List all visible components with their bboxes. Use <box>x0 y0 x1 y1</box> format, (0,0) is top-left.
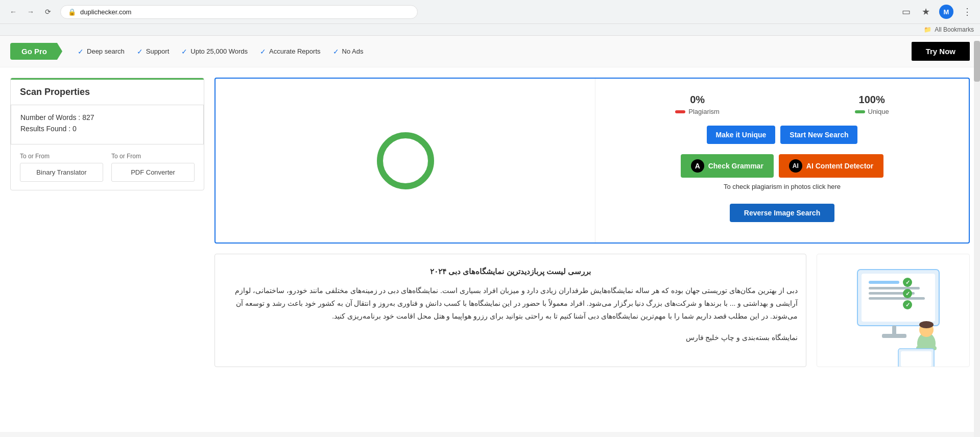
svg-point-18 <box>919 321 934 328</box>
grammar-ai-row: A Check Grammar AI AI Content Detector <box>608 154 957 178</box>
check-grammar-button[interactable]: A Check Grammar <box>681 154 774 178</box>
scan-properties-card: Scan Properties Number of Words : 827 Re… <box>10 78 204 190</box>
go-pro-button[interactable]: Go Pro <box>10 43 62 60</box>
feature-no-ads: ✓ No Ads <box>333 47 364 56</box>
check-icon-3: ✓ <box>181 47 187 56</box>
grammar-icon: A <box>691 159 704 173</box>
page-content: Go Pro ✓ Deep search ✓ Support ✓ Upto 25… <box>0 36 980 432</box>
text-subtitle: نمایشگاه بسته‌بندی و چاپ خلیج فارس <box>223 331 798 344</box>
results-card: 0% Plagiarism 100% Unique <box>214 78 970 244</box>
text-box-container: بررسی لیست پربازدیدترین نمایشگاه‌های دبی… <box>214 254 806 367</box>
scan-properties-title: Scan Properties <box>11 78 204 105</box>
unique-label: Unique <box>868 108 889 115</box>
text-title: بررسی لیست پربازدیدترین نمایشگاه‌های دبی… <box>223 264 798 278</box>
svg-text:✓: ✓ <box>905 290 910 297</box>
menu-icon[interactable]: ⋮ <box>961 4 974 19</box>
text-content-area: بررسی لیست پربازدیدترین نمایشگاه‌های دبی… <box>214 254 970 367</box>
reverse-image-search-button[interactable]: Reverse Image Search <box>730 204 834 222</box>
svg-rect-14 <box>892 326 896 335</box>
ai-detector-button[interactable]: AI AI Content Detector <box>779 154 883 178</box>
browser-actions: ▭ ★ M ⋮ <box>900 4 974 19</box>
bookmarks-folder-icon: 📁 <box>924 26 931 33</box>
feature-deep-search: ✓ Deep search <box>78 47 125 56</box>
start-new-search-button[interactable]: Start New Search <box>780 126 857 144</box>
unique-label-row: Unique <box>855 108 889 115</box>
profile-avatar[interactable]: M <box>939 5 953 19</box>
tool-section-2: To or From PDF Converter <box>111 153 195 182</box>
feature-reports: ✓ Accurate Reports <box>260 47 320 56</box>
ai-icon: AI <box>789 159 802 173</box>
feature-label-2: Support <box>146 47 170 55</box>
forward-button[interactable]: → <box>23 5 38 19</box>
try-now-button[interactable]: Try Now <box>912 42 970 61</box>
svg-rect-4 <box>869 281 899 284</box>
bookmarks-bar: 📁 All Bookmarks <box>0 24 980 36</box>
bookmark-star-icon[interactable]: ★ <box>920 4 932 19</box>
svg-text:✓: ✓ <box>905 302 910 308</box>
pdf-converter-button[interactable]: PDF Converter <box>111 163 195 182</box>
feature-label-3: Upto 25,000 Words <box>190 47 248 55</box>
tool-label-1: To or From <box>20 153 103 160</box>
right-illustration: ✓ ✓ ✓ <box>817 254 970 367</box>
left-panel: Scan Properties Number of Words : 827 Re… <box>10 78 204 367</box>
bookmarks-label: All Bookmarks <box>935 26 974 33</box>
text-scroll-inner[interactable]: بررسی لیست پربازدیدترین نمایشگاه‌های دبی… <box>215 254 806 362</box>
tools-row: To or From Binary Translator To or From … <box>11 144 204 190</box>
results-row: Results Found : 0 <box>20 125 194 133</box>
svg-rect-21 <box>901 351 931 367</box>
reload-button[interactable]: ⟳ <box>41 5 55 19</box>
unique-stat: 100% Unique <box>855 94 889 115</box>
nav-buttons: ← → ⟳ <box>6 5 55 19</box>
feature-label-5: No Ads <box>342 47 364 55</box>
results-label: Results Found <box>20 125 66 133</box>
browser-frame: ← → ⟳ 🔒 ▭ ★ M ⋮ 📁 All Bookmarks <box>0 0 980 36</box>
scan-stats: Number of Words : 827 Results Found : 0 <box>11 105 204 144</box>
svg-rect-5 <box>869 287 920 289</box>
illustration-svg: ✓ ✓ ✓ <box>827 254 960 367</box>
svg-point-1 <box>380 135 431 186</box>
svg-rect-7 <box>869 297 925 300</box>
photo-plagiarism-text: To check plagiarism in photos click here <box>608 183 957 190</box>
tool-label-2: To or From <box>111 153 195 160</box>
main-layout: Scan Properties Number of Words : 827 Re… <box>0 67 980 377</box>
words-label: Number of Words <box>20 113 76 122</box>
feature-support: ✓ Support <box>137 47 170 56</box>
donut-svg <box>372 128 439 194</box>
plagiarism-percent: 0% <box>675 94 720 106</box>
url-input[interactable] <box>80 8 410 16</box>
screen-cast-icon[interactable]: ▭ <box>900 4 913 19</box>
plagiarism-dot <box>675 110 685 113</box>
grammar-label: Check Grammar <box>708 162 763 170</box>
banner-features: ✓ Deep search ✓ Support ✓ Upto 25,000 Wo… <box>78 47 363 56</box>
results-top: 0% Plagiarism 100% Unique <box>216 79 969 242</box>
words-count-row: Number of Words : 827 <box>20 113 194 122</box>
unique-percent: 100% <box>855 94 889 106</box>
make-unique-button[interactable]: Make it Unique <box>707 126 776 144</box>
donut-chart <box>372 128 439 194</box>
text-content: بررسی لیست پربازدیدترین نمایشگاه‌های دبی… <box>223 264 798 344</box>
plagiarism-label-row: Plagiarism <box>675 108 720 115</box>
svg-rect-15 <box>882 334 906 338</box>
scrollbar-thumb <box>974 41 980 82</box>
results-value: 0 <box>73 125 77 133</box>
plagiarism-row: 0% Plagiarism 100% Unique <box>608 94 957 115</box>
top-banner: Go Pro ✓ Deep search ✓ Support ✓ Upto 25… <box>0 36 980 67</box>
donut-area <box>216 79 595 242</box>
plagiarism-stat: 0% Plagiarism <box>675 94 720 115</box>
text-para1: دبی از بهترین مکان‌های توریستی جهان بوده… <box>223 284 798 323</box>
address-bar[interactable]: 🔒 <box>60 5 418 19</box>
feature-words: ✓ Upto 25,000 Words <box>181 47 248 56</box>
binary-translator-button[interactable]: Binary Translator <box>20 163 103 182</box>
tool-section-1: To or From Binary Translator <box>20 153 103 182</box>
check-icon-4: ✓ <box>260 47 266 56</box>
back-button[interactable]: ← <box>6 5 20 19</box>
words-value: 827 <box>82 113 94 122</box>
lock-icon: 🔒 <box>68 8 76 16</box>
browser-toolbar: ← → ⟳ 🔒 ▭ ★ M ⋮ <box>0 0 980 24</box>
svg-text:✓: ✓ <box>905 279 910 285</box>
check-icon-1: ✓ <box>78 47 84 56</box>
plagiarism-label: Plagiarism <box>688 108 720 115</box>
vertical-scrollbar[interactable] <box>974 41 980 432</box>
check-icon-5: ✓ <box>333 47 339 56</box>
ai-label: AI Content Detector <box>806 162 873 170</box>
